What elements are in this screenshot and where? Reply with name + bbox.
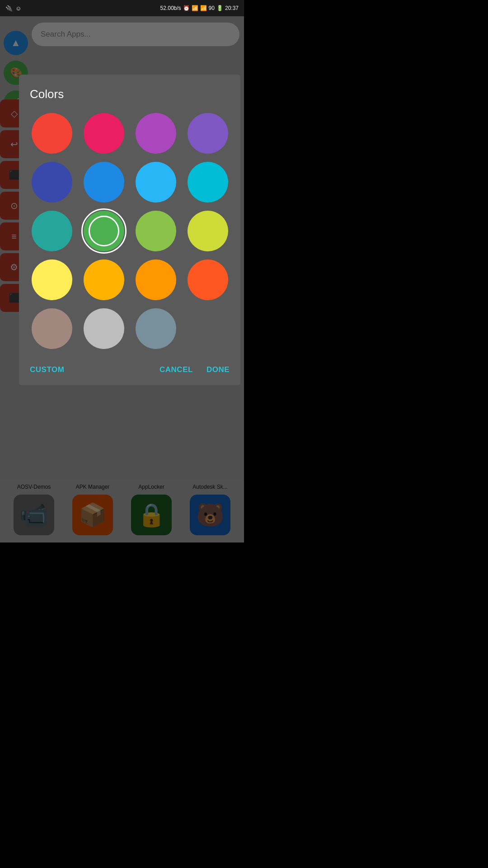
color-indigo[interactable] [32, 162, 72, 203]
usb-icon: 🔌 [5, 5, 13, 12]
color-brown[interactable] [32, 308, 72, 349]
color-light-blue[interactable] [136, 162, 176, 203]
color-purple-m[interactable] [136, 113, 176, 154]
clock: 20:37 [225, 5, 239, 11]
color-deep-orange[interactable] [188, 259, 228, 300]
color-purple[interactable] [188, 113, 228, 154]
color-yellow[interactable] [32, 259, 72, 300]
color-grid [30, 113, 230, 349]
status-bar: 🔌 ☺ 52.00b/s ⏰ 📶 📶 90 🔋 20:37 [0, 0, 244, 16]
color-green[interactable] [84, 211, 124, 251]
color-light-green[interactable] [136, 211, 176, 251]
colors-dialog: Colors CUSTOM CANCEL DONE [19, 75, 240, 385]
color-cyan[interactable] [188, 162, 228, 203]
battery-level: 90 [209, 5, 215, 11]
actions-right: CANCEL DONE [160, 365, 230, 374]
custom-button[interactable]: CUSTOM [30, 365, 64, 374]
dialog-title: Colors [30, 87, 230, 101]
done-button[interactable]: DONE [206, 365, 230, 374]
speed-indicator: 52.00b/s [160, 5, 181, 11]
dialog-actions: CUSTOM CANCEL DONE [30, 362, 230, 374]
color-orange[interactable] [136, 259, 176, 300]
color-grey[interactable] [84, 308, 124, 349]
color-blue-grey[interactable] [136, 308, 176, 349]
color-lime[interactable] [188, 211, 228, 251]
smiley-icon: ☺ [15, 5, 21, 12]
status-right: 52.00b/s ⏰ 📶 📶 90 🔋 20:37 [160, 5, 239, 11]
color-amber[interactable] [84, 259, 124, 300]
color-red[interactable] [32, 113, 72, 154]
status-left: 🔌 ☺ [5, 5, 21, 12]
color-blue[interactable] [84, 162, 124, 203]
cancel-button[interactable]: CANCEL [160, 365, 193, 374]
color-teal[interactable] [32, 211, 72, 251]
color-pink[interactable] [84, 113, 124, 154]
alarm-icon: ⏰ [183, 5, 190, 11]
wifi-icon: 📶 [192, 5, 198, 11]
battery-icon: 🔋 [216, 5, 223, 11]
signal-icon: 📶 [200, 5, 207, 11]
